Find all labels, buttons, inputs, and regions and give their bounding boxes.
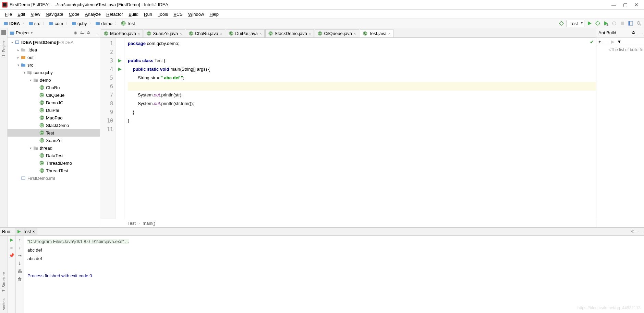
menu-tools[interactable]: Tools — [155, 11, 171, 18]
profile-button[interactable] — [611, 20, 617, 26]
ant-run-icon[interactable]: ▶ — [611, 39, 615, 44]
debug-button[interactable] — [595, 20, 601, 26]
gutter-run-icon[interactable] — [116, 65, 124, 73]
run-tab[interactable]: Test × — [15, 228, 37, 235]
tab-maopao-java[interactable]: CMaoPao.java× — [101, 29, 143, 37]
tree-item-maopao[interactable]: CMaoPao — [8, 114, 100, 121]
project-view-selector[interactable]: ▾ — [31, 31, 33, 35]
tree-item-idea-firstdemo-[interactable]: ▾IDEA [FirstDemo] F:\IDEA — [8, 38, 100, 46]
tree-item-stackdemo[interactable]: CStackDemo — [8, 121, 100, 129]
menu-run[interactable]: Run — [141, 11, 155, 18]
tree-item-datatest[interactable]: CDataTest — [8, 152, 100, 159]
stop-icon[interactable]: ■ — [10, 245, 13, 250]
inspection-ok-icon[interactable]: ✔ — [590, 39, 594, 45]
tab-close-icon[interactable]: × — [220, 32, 222, 36]
code-editor[interactable]: 1234567891011 package com.qcby.demo;publ… — [100, 38, 596, 219]
tree-item-test[interactable]: CTest — [8, 129, 100, 137]
structure-tool-tab[interactable]: 7: Structure — [1, 271, 7, 293]
breadcrumb-src[interactable]: src — [27, 20, 41, 27]
tab-stackdemo-java[interactable]: CStackDemo.java× — [265, 29, 314, 37]
maximize-button[interactable]: ▢ — [623, 2, 628, 8]
coverage-button[interactable] — [603, 20, 609, 26]
ant-settings-icon[interactable]: ✲ — [632, 30, 635, 35]
up-icon[interactable]: ↑ — [19, 237, 21, 242]
project-tree[interactable]: ▾IDEA [FirstDemo] F:\IDEA▸.idea▸out▾src▾… — [8, 38, 100, 227]
menu-edit[interactable]: Edit — [15, 11, 28, 18]
menu-file[interactable]: File — [2, 11, 15, 18]
build-icon[interactable] — [558, 20, 564, 26]
ant-filter-icon[interactable]: ▼ — [617, 39, 622, 44]
tree-item-duipai[interactable]: CDuiPai — [8, 106, 100, 114]
tab-close-icon[interactable]: × — [180, 32, 182, 36]
console-output[interactable]: "C:\Program Files\Java\jdk1.8.0_91\bin\j… — [24, 236, 644, 313]
run-button[interactable] — [586, 20, 593, 26]
tab-close-icon[interactable]: × — [259, 32, 262, 36]
favorites-tool-tab[interactable]: vorites — [1, 297, 7, 311]
breadcrumb-demo[interactable]: demo — [94, 20, 114, 27]
minimize-button[interactable]: — — [611, 2, 616, 8]
rerun-icon[interactable]: ▶ — [10, 237, 13, 242]
stop-button[interactable] — [619, 20, 625, 26]
menu-window[interactable]: Window — [185, 11, 207, 18]
tree-item-xuanze[interactable]: CXuanZe — [8, 137, 100, 144]
tree-item-threadtest[interactable]: CThreadTest — [8, 167, 100, 174]
ant-remove-icon[interactable]: — — [604, 39, 608, 44]
menu-refactor[interactable]: Refactor — [104, 11, 126, 18]
tab-charu-java[interactable]: CChaRu.java× — [186, 29, 225, 37]
tree-item-charu[interactable]: CChaRu — [8, 84, 100, 91]
tree-item-cilqueue[interactable]: CCilQueue — [8, 91, 100, 99]
hide-icon[interactable]: — — [93, 30, 98, 35]
breadcrumb-test[interactable]: CTest — [120, 20, 136, 27]
print-icon[interactable]: 🖶 — [17, 269, 22, 274]
run-config-selector[interactable]: Test — [567, 20, 584, 27]
tree-item-thread[interactable]: ▾thread — [8, 144, 100, 152]
run-hide-icon[interactable]: — — [637, 229, 642, 234]
breadcrumb-qcby[interactable]: qcby — [70, 20, 88, 27]
tab-close-icon[interactable]: × — [388, 32, 390, 36]
tree-item-src[interactable]: ▾src — [8, 61, 100, 69]
menu-view[interactable]: View — [28, 11, 43, 18]
breadcrumb-com[interactable]: com — [47, 20, 64, 27]
down-icon[interactable]: ↓ — [19, 245, 21, 250]
tab-close-icon[interactable]: × — [309, 32, 311, 36]
menu-vcs[interactable]: VCS — [171, 11, 185, 18]
tree-item-demo[interactable]: ▾demo — [8, 76, 100, 84]
gutter-run-icon[interactable] — [116, 56, 124, 65]
ant-hide-icon[interactable]: — — [637, 30, 642, 35]
tab-test-java[interactable]: CTest.java× — [360, 29, 394, 37]
run-tab-close[interactable]: × — [32, 229, 35, 234]
menu-build[interactable]: Build — [126, 11, 141, 18]
settings-icon[interactable]: ✲ — [87, 30, 90, 35]
tab-xuanze-java[interactable]: CXuanZe.java× — [144, 29, 185, 37]
tab-close-icon[interactable]: × — [138, 32, 140, 36]
search-everywhere-icon[interactable] — [636, 20, 642, 26]
tree-item-com-qcby[interactable]: ▾com.qcby — [8, 69, 100, 76]
project-tool-icon[interactable] — [1, 30, 6, 35]
project-tool-tab[interactable]: 1: Project — [1, 39, 7, 58]
tab-duipai-java[interactable]: CDuiPai.java× — [226, 29, 265, 37]
menu-analyze[interactable]: Analyze — [82, 11, 104, 18]
code-area[interactable]: package com.qcby.demo;public class Test … — [124, 38, 596, 219]
run-settings-icon[interactable]: ✲ — [630, 229, 634, 234]
menu-navigate[interactable]: Navigate — [43, 11, 66, 18]
pin-icon[interactable]: 📌 — [9, 253, 14, 258]
scroll-end-icon[interactable]: ⤓ — [18, 261, 22, 266]
tree-item-firstdemo-iml[interactable]: FirstDemo.iml — [8, 174, 100, 182]
menu-help[interactable]: Help — [207, 11, 221, 18]
tree-item-demojc[interactable]: CDemoJC — [8, 99, 100, 106]
editor-crumb[interactable]: main() — [143, 221, 155, 226]
soft-wrap-icon[interactable]: ⇥ — [18, 253, 22, 258]
close-button[interactable]: ✕ — [634, 2, 639, 8]
expand-icon[interactable]: ⇆ — [80, 30, 84, 35]
tree-item-threaddemo[interactable]: CThreadDemo — [8, 159, 100, 167]
tab-cilqueue-java[interactable]: CCilQueue.java× — [315, 29, 359, 37]
breadcrumb-idea[interactable]: IDEA — [2, 20, 21, 27]
menu-code[interactable]: Code — [66, 11, 82, 18]
tree-item-out[interactable]: ▸out — [8, 54, 100, 61]
tree-item--idea[interactable]: ▸.idea — [8, 46, 100, 54]
tab-close-icon[interactable]: × — [354, 32, 356, 36]
layout-icon[interactable] — [628, 20, 634, 26]
ant-add-icon[interactable]: + — [598, 39, 601, 44]
editor-crumb[interactable]: Test — [127, 221, 136, 226]
clear-icon[interactable]: 🗑 — [17, 277, 22, 282]
